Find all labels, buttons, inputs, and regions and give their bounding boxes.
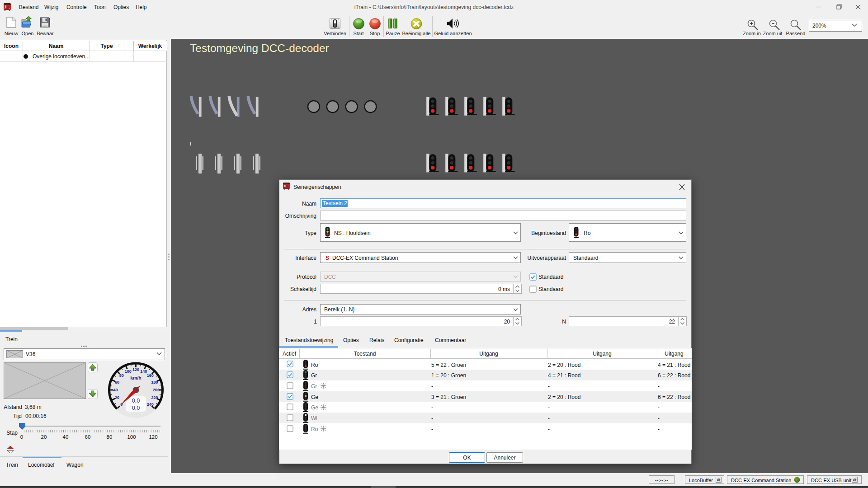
svg-text:20: 20 <box>115 395 119 400</box>
svg-text:220: 220 <box>151 395 158 400</box>
svg-text:100: 100 <box>125 369 132 374</box>
svg-text:120: 120 <box>132 367 139 372</box>
svg-text:160: 160 <box>147 373 154 378</box>
svg-text:0,0: 0,0 <box>132 405 140 411</box>
svg-text:0,0: 0,0 <box>132 398 140 404</box>
svg-text:240: 240 <box>147 402 154 407</box>
svg-text:60: 60 <box>115 380 119 385</box>
svg-text:140: 140 <box>140 369 147 374</box>
svg-text:km/h: km/h <box>130 375 142 380</box>
svg-text:180: 180 <box>151 380 158 385</box>
svg-text:40: 40 <box>113 388 118 392</box>
svg-text:80: 80 <box>119 373 124 378</box>
svg-text:200: 200 <box>153 388 160 392</box>
